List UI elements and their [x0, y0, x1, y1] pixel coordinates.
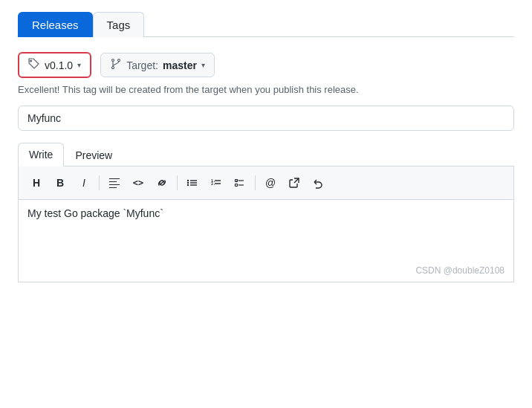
- toolbar-separator-1: [99, 175, 100, 190]
- toolbar-italic-button[interactable]: I: [74, 172, 94, 193]
- svg-point-1: [118, 59, 120, 62]
- toolbar-separator-3: [255, 175, 256, 190]
- svg-rect-8: [190, 184, 197, 185]
- watermark: CSDN @doubleZ0108: [415, 265, 505, 276]
- toolbar-link-button[interactable]: [152, 172, 172, 193]
- tab-releases[interactable]: Releases: [18, 12, 93, 37]
- editor-area[interactable]: My test Go package `Myfunc` CSDN @double…: [18, 200, 514, 282]
- toolbar-separator-2: [177, 175, 178, 190]
- toolbar-unordered-list-button[interactable]: [182, 172, 203, 193]
- title-input[interactable]: [18, 106, 514, 131]
- toolbar-task-list-button[interactable]: [230, 172, 250, 193]
- tab-preview[interactable]: Preview: [64, 143, 123, 166]
- editor-tabs: Write Preview: [18, 143, 514, 166]
- toolbar-reference-button[interactable]: [284, 172, 305, 193]
- target-label: Target:: [126, 59, 158, 71]
- controls-row: v0.1.0 ▾ Target: master ▾: [18, 52, 514, 78]
- target-arrow-icon: ▾: [201, 61, 205, 69]
- editor-toolbar: H B I <> 1.2. @: [18, 166, 514, 200]
- main-tabs: Releases Tags: [18, 12, 514, 37]
- target-dropdown[interactable]: Target: master ▾: [100, 53, 215, 77]
- toolbar-ordered-list-button[interactable]: 1.2.: [206, 172, 227, 193]
- editor-content: My test Go package `Myfunc`: [27, 207, 505, 274]
- toolbar-heading-button[interactable]: H: [26, 172, 47, 193]
- svg-rect-16: [236, 184, 238, 187]
- tab-tags[interactable]: Tags: [93, 12, 145, 37]
- toolbar-bold-button[interactable]: B: [50, 172, 71, 193]
- tab-write[interactable]: Write: [18, 143, 64, 166]
- svg-rect-6: [190, 182, 197, 183]
- toolbar-mention-button[interactable]: @: [260, 172, 281, 193]
- svg-point-3: [187, 180, 189, 181]
- tag-value: v0.1.0: [45, 59, 73, 71]
- info-text: Excellent! This tag will be created from…: [18, 84, 514, 95]
- svg-point-7: [187, 184, 189, 186]
- branch-icon: [110, 58, 122, 72]
- svg-point-2: [112, 67, 114, 69]
- svg-rect-10: [215, 180, 221, 181]
- toolbar-undo-button[interactable]: [308, 172, 328, 193]
- svg-point-5: [187, 182, 189, 184]
- tag-arrow-icon: ▾: [77, 61, 81, 69]
- toolbar-code-button[interactable]: <>: [128, 172, 149, 193]
- tag-icon: [28, 58, 40, 72]
- target-value: master: [163, 59, 197, 71]
- svg-rect-12: [215, 183, 221, 184]
- svg-point-0: [112, 59, 114, 62]
- tag-dropdown[interactable]: v0.1.0 ▾: [18, 52, 91, 78]
- svg-rect-4: [190, 180, 197, 181]
- toolbar-quote-button[interactable]: [104, 172, 125, 193]
